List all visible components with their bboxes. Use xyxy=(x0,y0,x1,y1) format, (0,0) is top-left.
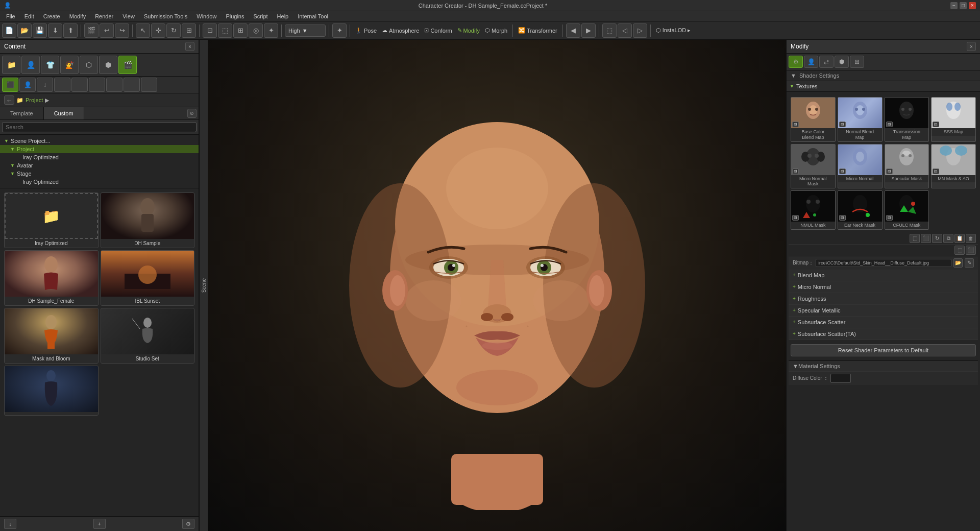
tex-action-delete-btn[interactable]: 🗑 xyxy=(966,234,976,243)
tex-sss[interactable]: 🖼 SSS Map xyxy=(931,97,976,142)
view-light-button[interactable]: ✦ xyxy=(264,23,278,38)
modify-tab-transform[interactable]: ⇄ xyxy=(819,56,834,68)
view-front-button[interactable]: ⊡ xyxy=(203,23,217,38)
render-button[interactable]: 🎬 xyxy=(84,23,99,38)
roughness-header[interactable]: + Roughness xyxy=(789,293,978,304)
tex-action-reload-btn[interactable]: ↻ xyxy=(932,234,942,243)
tree-item-project[interactable]: ▼ Project xyxy=(0,145,199,153)
reset-shader-button[interactable]: Reset Shader Parameters to Default xyxy=(791,344,976,356)
content-blank3[interactable] xyxy=(89,78,105,92)
menu-window[interactable]: Window xyxy=(192,12,220,20)
grid-item-dh-sample[interactable]: DH Sample xyxy=(101,192,195,248)
content-blank4[interactable] xyxy=(106,78,122,92)
content-close-button[interactable]: × xyxy=(185,42,194,51)
scale-button[interactable]: ⊞ xyxy=(182,23,196,38)
menu-submission-tools[interactable]: Submission Tools xyxy=(140,12,191,20)
textures-section-header[interactable]: ▼ Textures xyxy=(787,81,980,92)
tab-template[interactable]: Template xyxy=(0,107,44,119)
tab-custom[interactable]: Custom xyxy=(44,107,84,119)
content-blank2[interactable] xyxy=(71,78,88,92)
menu-help[interactable]: Help xyxy=(273,12,293,20)
tree-item-iray2[interactable]: Iray Optimized xyxy=(0,178,199,186)
subsurface-scatter-ta-header[interactable]: + Subsurface Scatter(TA) xyxy=(789,328,978,340)
tex-action-paste-btn[interactable]: 📋 xyxy=(954,234,965,243)
menu-script[interactable]: Script xyxy=(249,12,272,20)
conform-button[interactable]: ⊡ Conform xyxy=(422,27,454,34)
add-button[interactable]: + xyxy=(93,519,106,529)
export-button[interactable]: ⬆ xyxy=(63,23,78,38)
content-view-selected-btn[interactable]: ⬛ xyxy=(2,78,18,92)
maximize-button[interactable]: □ xyxy=(960,2,967,9)
tex-nmul-mask[interactable]: 🖼 NMUL Mask xyxy=(791,190,836,230)
menu-internal-tool[interactable]: Internal Tool xyxy=(293,12,332,20)
bitmap-edit-button[interactable]: ✎ xyxy=(965,258,974,268)
menu-render[interactable]: Render xyxy=(91,12,117,20)
tex-action-extra1-btn[interactable]: ⬚ xyxy=(954,246,965,255)
view-cam-button[interactable]: ◎ xyxy=(249,23,263,38)
instalod-button[interactable]: ⬡ InstaLOD ▸ xyxy=(654,27,693,34)
tex-action-copy-btn[interactable]: ⧉ xyxy=(943,234,953,243)
content-avatar-btn[interactable]: 👤 xyxy=(21,56,40,74)
content-morph-btn[interactable]: ⬢ xyxy=(99,56,117,74)
pose-button[interactable]: 🚶 Pose xyxy=(353,27,379,34)
tex-cfulc-mask[interactable]: 🖼 CFULC Mask xyxy=(885,190,929,230)
scene-side-tab[interactable]: Scene xyxy=(199,40,208,531)
close-button[interactable]: × xyxy=(969,2,976,9)
tex-mn-mask-ao[interactable]: 🖼 MN Mask & AO xyxy=(931,144,976,189)
grid-item-iray[interactable]: 📁 Iray Optimized xyxy=(4,192,99,248)
tex-action-extra2-btn[interactable]: ⬛ xyxy=(966,246,976,255)
modify-tab-grid[interactable]: ⊞ xyxy=(850,56,864,68)
open-button[interactable]: 📂 xyxy=(17,23,32,38)
menu-edit[interactable]: Edit xyxy=(20,12,38,20)
view-grid-button[interactable]: ⊞ xyxy=(233,23,248,38)
select-button[interactable]: ↖ xyxy=(136,23,150,38)
rotate-button[interactable]: ↻ xyxy=(166,23,181,38)
grid-item-dh-sample-female[interactable]: DH Sample_Female xyxy=(4,250,99,306)
undo-button[interactable]: ↩ xyxy=(100,23,114,38)
tex-normal-blend[interactable]: 🖼 Normal BlendMap xyxy=(838,97,883,142)
scroll-down-button[interactable]: ↓ xyxy=(4,519,16,529)
quality-dropdown[interactable]: High ▼ xyxy=(285,25,326,37)
tex-specular-mask[interactable]: 🖼 Specular Mask xyxy=(885,144,929,189)
modify-tab-texture[interactable]: ⬢ xyxy=(835,56,849,68)
content-hair-btn[interactable]: 💇 xyxy=(60,56,79,74)
viewport[interactable] xyxy=(208,40,786,531)
cam2-button[interactable]: ◁ xyxy=(618,23,632,38)
tree-item-avatar[interactable]: ▼ Avatar xyxy=(0,161,199,170)
modify-button[interactable]: ✎ Modify xyxy=(455,27,482,34)
tex-base-color[interactable]: 🖼 Base ColorBlend Map xyxy=(791,97,836,142)
search-input[interactable] xyxy=(2,122,197,132)
menu-view[interactable]: View xyxy=(118,12,139,20)
content-blank5[interactable] xyxy=(124,78,140,92)
menu-create[interactable]: Create xyxy=(39,12,64,20)
modify-tab-settings[interactable]: ⚙ xyxy=(789,56,803,68)
move-button[interactable]: ✛ xyxy=(151,23,165,38)
content-blank6[interactable] xyxy=(141,78,157,92)
tree-item-stage[interactable]: ▼ Stage xyxy=(0,170,199,178)
atmosphere-button[interactable]: ☁ Atmosphere xyxy=(380,27,421,34)
save-button[interactable]: 💾 xyxy=(33,23,47,38)
settings-button[interactable]: ⚙ xyxy=(182,519,194,529)
transformer-button[interactable]: 🔀 Transformer xyxy=(516,27,559,34)
tex-micro-normal-mask[interactable]: 🖼 Micro NormalMask xyxy=(791,144,836,189)
redo-button[interactable]: ↪ xyxy=(115,23,129,38)
menu-plugins[interactable]: Plugins xyxy=(222,12,248,20)
menu-modify[interactable]: Modify xyxy=(65,12,90,20)
bitmap-browse-button[interactable]: 📂 xyxy=(953,258,963,268)
content-blank1[interactable] xyxy=(54,78,70,92)
material-settings-header[interactable]: ▼ Material Settings xyxy=(789,360,978,371)
modify-tab-figure[interactable]: 👤 xyxy=(804,56,818,68)
star-button[interactable]: ✦ xyxy=(332,23,347,38)
specular-metallic-header[interactable]: + Specular Metallic xyxy=(789,305,978,316)
shader-settings-header[interactable]: ▼ Shader Settings xyxy=(787,70,980,81)
tree-item-iray1[interactable]: Iray Optimized xyxy=(0,153,199,161)
content-acc-btn[interactable]: ⬡ xyxy=(80,56,98,74)
tex-ear-neck-mask[interactable]: 🖼 Ear Neck Mask xyxy=(838,190,883,230)
tex-micro-normal[interactable]: 🖼 Micro Normal xyxy=(838,144,883,189)
minimize-button[interactable]: − xyxy=(950,2,958,9)
content-scene-btn[interactable]: 🎬 xyxy=(118,56,137,74)
tex-action-select-btn[interactable]: ⬚ xyxy=(910,234,920,243)
subsurface-scatter-header[interactable]: + Subsurface Scatter xyxy=(789,317,978,328)
tex-action-select2-btn[interactable]: ⬛ xyxy=(921,234,931,243)
view-frame-button[interactable]: ⬚ xyxy=(218,23,232,38)
